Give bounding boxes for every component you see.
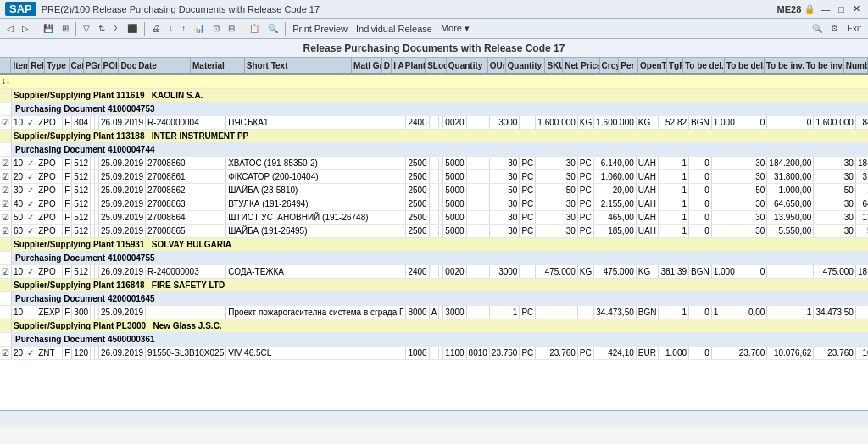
deselect-btn[interactable]: ⊟ (225, 22, 238, 35)
table-row[interactable]: ☑ 40 ✓ ZPO F 512 25.09.2019 27008863 ВТУ… (0, 197, 868, 210)
cell-material: R-240000004 (146, 115, 226, 129)
cell-type: ZPO (36, 224, 63, 237)
cell-short: VIV 46.5CL (226, 346, 406, 359)
main-toolbar: ◁ ▷ 💾 ⊞ ▽ ⇅ Σ ⬛ 🖨 ↓ ↑ 📊 ⊡ ⊟ 📋 🔍 Print Pr… (0, 19, 868, 39)
export-btn[interactable]: ↓ (165, 22, 176, 35)
row-checkbox[interactable]: ☑ (0, 224, 12, 237)
maximize-btn[interactable]: □ (836, 4, 847, 14)
select-all-btn[interactable]: ⊡ (209, 22, 223, 35)
print-preview-btn[interactable]: Print Preview (289, 24, 351, 34)
cell-sloc (466, 169, 489, 183)
upload-btn[interactable]: ↑ (178, 22, 189, 35)
row-checkbox[interactable]: ☑ (0, 264, 12, 278)
cell-tobeinv: 30 (814, 169, 856, 183)
cell-qty1: 30 (489, 156, 520, 169)
cell-sku: PC (577, 210, 593, 224)
cell-d (429, 224, 439, 237)
close-btn[interactable]: ✕ (850, 3, 863, 14)
table-row[interactable]: ☑ 30 ✓ ZPO F 512 25.09.2019 27008862 ШАЙ… (0, 183, 868, 197)
po-doc-4500000361: Purchasing Document 4500000361 •• 1 (12, 332, 869, 346)
cell-pgr: 120 (72, 346, 91, 359)
table-row[interactable]: ☑ 50 ✓ ZPO F 512 25.09.2019 27008864 ШТИ… (0, 210, 868, 224)
layout-btn[interactable]: ⬛ (124, 22, 141, 35)
cell-qty2: 50 (536, 183, 578, 197)
cell-item: 20 (12, 169, 25, 183)
row-checkbox[interactable]: ☑ (0, 210, 12, 224)
cell-qty1: 30 (489, 224, 520, 237)
cell-short: ВТУЛКА (191-26494) (226, 197, 406, 210)
table-row[interactable]: ☑ 20 ✓ ZPO F 512 25.09.2019 27008861 ФІК… (0, 169, 868, 183)
cell-sloc (466, 197, 489, 210)
cell-qty2: 30 (536, 197, 578, 210)
more-btn[interactable]: More ▾ (437, 23, 473, 34)
forward-btn[interactable]: ▷ (19, 22, 32, 35)
cell-plant: 5000 (443, 169, 466, 183)
cell-short: ХВАТОС (191-85350-2) (226, 156, 406, 169)
cell-tgf (767, 264, 814, 278)
cell-sloc (466, 210, 489, 224)
cell-tgf (711, 183, 737, 197)
cell-item: 10 (12, 305, 25, 319)
cell-sku: KG (577, 115, 593, 129)
details-btn[interactable]: 📋 (246, 22, 263, 35)
cell-tobeinv: 34.473,50 (814, 305, 856, 319)
po-header-row: Purchasing Document 4100004755 •• 1 (0, 251, 868, 264)
cell-tobeinv: 50 (814, 183, 856, 197)
row-checkbox[interactable]: ☑ (0, 156, 12, 169)
cell-crcy: UAH (636, 169, 659, 183)
cell-pgr: 512 (72, 183, 91, 197)
cell-rel: ✓ (25, 183, 36, 197)
sum-btn[interactable]: Σ (110, 22, 122, 35)
shortcut-btn[interactable]: ⊞ (58, 22, 72, 35)
cell-sku: PC (577, 224, 593, 237)
graph-btn[interactable]: 📊 (191, 22, 208, 35)
table-row[interactable]: ☑ 60 ✓ ZPO F 512 25.09.2019 27008865 ШАЙ… (0, 224, 868, 237)
row-checkbox[interactable]: ☑ (0, 197, 12, 210)
table-container[interactable]: Item Rel Type Cat PGr POI Doc. Date Mate… (0, 58, 868, 410)
filter-btn[interactable]: ▽ (80, 22, 93, 35)
row-checkbox[interactable] (0, 305, 12, 319)
cell-plant: 3000 (443, 305, 466, 319)
cell-type: ZPO (36, 115, 63, 129)
sort-btn[interactable]: ⇅ (95, 22, 108, 35)
cell-type: ZEXP (36, 305, 63, 319)
col-oun-header: OUn (488, 58, 506, 73)
cell-per: 1 (659, 305, 689, 319)
col-tobedel1-header: To be del. (683, 58, 725, 73)
search-icon[interactable]: 🔍 (809, 22, 826, 35)
supplier-row: Supplier/Supplying Plant 113188 INTER IN… (0, 129, 868, 142)
table-row[interactable]: ☑ 10 ✓ ZPO F 512 26.09.2019 R-240000003 … (0, 264, 868, 278)
table-row[interactable]: 10 ZEXP F 300 25.09.2019 Проект пожарога… (0, 305, 868, 319)
exit-btn[interactable]: Exit (843, 22, 865, 35)
supplier-row: Supplier/Supplying Plant 116848 FIRE SAF… (0, 278, 868, 291)
cell-openqty: 0 (689, 210, 712, 224)
cell-rel: ✓ (25, 346, 36, 359)
cell-tobeinv: 23.760 (814, 346, 856, 359)
customize-icon[interactable]: ⚙ (827, 22, 842, 35)
cell-pgr: 512 (72, 169, 91, 183)
table-row[interactable]: ☑ 10 ✓ ZPO F 512 25.09.2019 27008860 ХВА… (0, 156, 868, 169)
cell-item: 40 (12, 197, 25, 210)
cell-type: ZPO (36, 169, 63, 183)
col-material-header: Material (191, 58, 245, 73)
cell-tgf (711, 210, 737, 224)
cell-qty2: 30 (536, 169, 578, 183)
print-btn[interactable]: 🖨 (148, 22, 164, 35)
display-btn[interactable]: 🔍 (264, 22, 281, 35)
table-row[interactable]: ☑ 20 ✓ ZNT F 120 26.09.2019 91550-SL3B10… (0, 346, 868, 359)
supplier-label-3: Supplier/Supplying Plant 115931 SOLVAY B… (12, 237, 869, 251)
back-btn[interactable]: ◁ (3, 22, 17, 35)
cell-rel (25, 305, 36, 319)
save-btn[interactable]: 💾 (40, 22, 57, 35)
individual-release-btn[interactable]: Individual Release (353, 24, 436, 34)
minimize-btn[interactable]: — (818, 4, 832, 14)
row-checkbox[interactable]: ☑ (0, 183, 12, 197)
col-plant-header: Plant (403, 58, 426, 73)
cell-skuunit: KG (636, 264, 659, 278)
table-row[interactable]: ☑ 10 ✓ ZPO F 304 26.09.2019 R-240000004 … (0, 115, 868, 129)
row-checkbox[interactable]: ☑ (0, 346, 12, 359)
row-checkbox[interactable]: ☑ (0, 115, 12, 129)
cell-plant: 5000 (443, 197, 466, 210)
cell-oun: PC (520, 305, 536, 319)
row-checkbox[interactable]: ☑ (0, 169, 12, 183)
